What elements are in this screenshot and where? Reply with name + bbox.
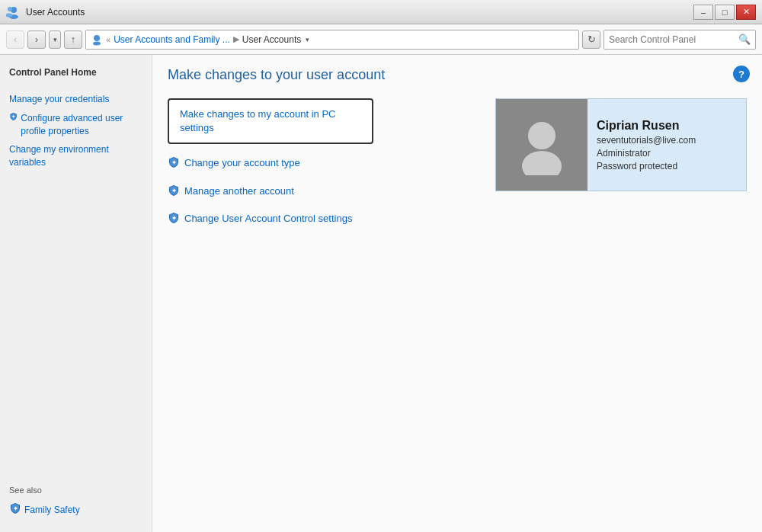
search-box: 🔍 — [604, 30, 756, 50]
user-panel: Ciprian Rusen seventutorials@live.com Ad… — [495, 98, 747, 191]
change-account-type-label: Change your account type — [184, 156, 300, 170]
sidebar-item-family-safety[interactable]: ✦ Family Safety — [9, 502, 142, 518]
user-status: Password protected — [597, 161, 696, 171]
shield-icon-family: ✦ — [9, 502, 21, 514]
breadcrumb-dropdown-icon[interactable]: ▾ — [306, 36, 309, 43]
breadcrumb-current: User Accounts — [242, 34, 301, 45]
manage-another-label: Manage another account — [184, 184, 294, 198]
see-also-label: See also — [9, 486, 142, 495]
svg-text:✦: ✦ — [171, 187, 177, 194]
user-avatar — [496, 99, 588, 191]
help-icon[interactable]: ? — [733, 66, 750, 82]
maximize-button[interactable]: □ — [715, 5, 735, 20]
change-uac-item[interactable]: ✦ Change User Account Control settings — [168, 210, 480, 227]
pc-settings-label: Make changes to my account in PC setting… — [180, 107, 361, 135]
address-bar: ‹ › ▾ ↑ « User Accounts and Family ... ▶… — [0, 24, 762, 55]
breadcrumb-parent-link[interactable]: User Accounts and Family ... — [114, 34, 230, 45]
svg-text:✦: ✦ — [171, 159, 177, 166]
shield-icon-configure: ✦ — [9, 111, 18, 123]
back-button[interactable]: ‹ — [6, 30, 24, 49]
title-bar-controls: – □ ✕ — [693, 5, 756, 20]
family-safety-label: Family Safety — [24, 502, 80, 518]
content-area: ? Make changes to your user account Make… — [152, 55, 762, 532]
title-bar-app-icon — [6, 5, 21, 20]
svg-point-12 — [528, 122, 555, 149]
user-role: Administrator — [597, 148, 696, 159]
breadcrumb-prefix: « — [106, 35, 110, 44]
title-bar: User Accounts – □ ✕ — [0, 0, 762, 24]
user-email: seventutorials@live.com — [597, 135, 696, 146]
search-icon[interactable]: 🔍 — [738, 34, 751, 45]
up-button[interactable]: ↑ — [64, 30, 82, 49]
left-panel: Make changes to my account in PC setting… — [168, 98, 480, 227]
sidebar-item-configure-advanced[interactable]: ✦ Configure advanced user profile proper… — [9, 111, 142, 139]
breadcrumb-folder-icon — [91, 34, 103, 46]
svg-text:✦: ✦ — [171, 215, 177, 222]
manage-another-account-item[interactable]: ✦ Manage another account — [168, 183, 480, 200]
avatar-image — [511, 114, 572, 175]
shield-icon-change-account: ✦ — [168, 156, 180, 168]
sidebar-item-manage-credentials[interactable]: Manage your credentials — [9, 91, 142, 107]
shield-icon-uac: ✦ — [168, 212, 180, 224]
content-body: Make changes to my account in PC setting… — [168, 98, 747, 227]
svg-point-5 — [93, 41, 101, 45]
user-info: Ciprian Rusen seventutorials@live.com Ad… — [588, 99, 705, 191]
main-area: Control Panel Home Manage your credentia… — [0, 55, 762, 532]
refresh-button[interactable]: ↻ — [582, 30, 600, 49]
breadcrumb-bar: « User Accounts and Family ... ▶ User Ac… — [85, 30, 579, 50]
change-uac-label: Change User Account Control settings — [184, 212, 352, 226]
title-bar-title: User Accounts — [26, 7, 85, 18]
sidebar-configure-label: Configure advanced user profile properti… — [21, 111, 142, 139]
pc-settings-button[interactable]: Make changes to my account in PC setting… — [168, 98, 373, 144]
title-bar-left: User Accounts — [6, 5, 85, 20]
minimize-button[interactable]: – — [693, 5, 713, 20]
search-input[interactable] — [609, 34, 735, 45]
close-button[interactable]: ✕ — [736, 5, 756, 20]
change-account-type-item[interactable]: ✦ Change your account type — [168, 155, 480, 171]
svg-text:✦: ✦ — [13, 505, 18, 512]
sidebar: Control Panel Home Manage your credentia… — [0, 55, 152, 532]
sidebar-home-link[interactable]: Control Panel Home — [9, 67, 142, 78]
user-name: Ciprian Rusen — [597, 119, 696, 133]
svg-text:✦: ✦ — [11, 114, 15, 119]
content-title: Make changes to your user account — [168, 67, 747, 83]
breadcrumb-separator: ▶ — [233, 34, 239, 44]
shield-icon-manage-account: ✦ — [168, 184, 180, 197]
svg-point-2 — [8, 7, 12, 11]
nav-history-dropdown[interactable]: ▾ — [49, 30, 61, 49]
sidebar-item-change-env[interactable]: Change my environment variables — [9, 142, 142, 171]
forward-button[interactable]: › — [27, 30, 46, 49]
svg-point-4 — [94, 35, 100, 41]
sidebar-spacer — [9, 172, 142, 484]
